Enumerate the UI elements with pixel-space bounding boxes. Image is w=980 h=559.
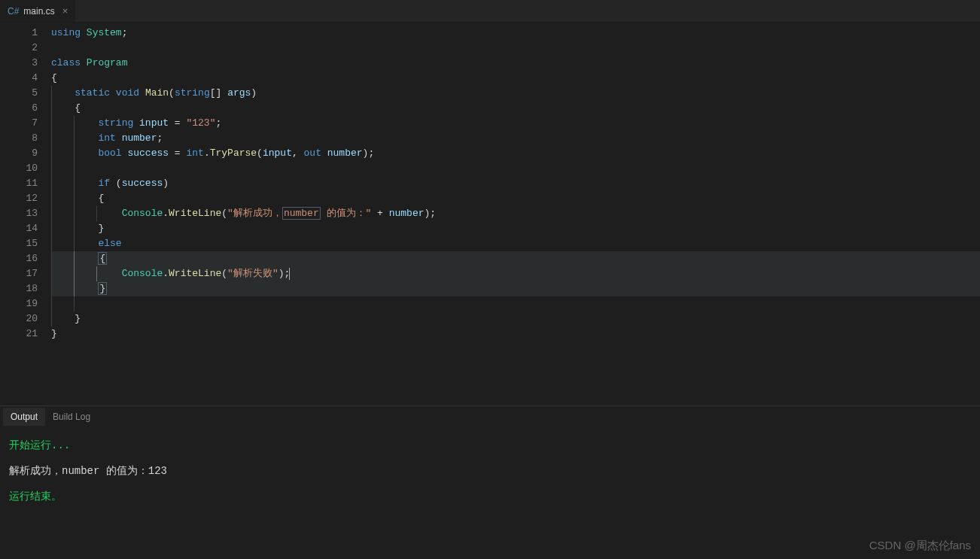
output-line: 运行结束。: [9, 486, 971, 507]
code-line: string input = "123";: [51, 116, 980, 131]
code-area[interactable]: using System; class Program { static voi…: [51, 23, 980, 406]
code-line-current: Console.WriteLine("解析失败");: [51, 266, 980, 281]
panel-tabs: Output Build Log: [0, 406, 980, 427]
code-line: [51, 296, 980, 311]
tab-output[interactable]: Output: [3, 408, 45, 426]
code-line: }: [51, 327, 980, 342]
tab-filename: main.cs: [23, 6, 54, 17]
output-line: 开始运行...: [9, 435, 971, 456]
code-line: {: [51, 71, 980, 86]
text-cursor: [289, 268, 290, 280]
code-line: }: [51, 311, 980, 327]
code-line: }: [51, 281, 980, 296]
output-line: 解析成功，number 的值为：123: [9, 460, 971, 482]
output-body[interactable]: 开始运行... 解析成功，number 的值为：123 运行结束。: [0, 427, 980, 559]
code-line: static void Main(string[] args): [51, 86, 980, 101]
tab-bar: C# main.cs ×: [0, 0, 980, 23]
code-line: [51, 41, 980, 56]
code-line: {: [51, 191, 980, 206]
code-line: class Program: [51, 56, 980, 71]
code-line: using System;: [51, 26, 980, 41]
code-line: }: [51, 221, 980, 236]
tab-build-log[interactable]: Build Log: [45, 408, 98, 426]
code-line: [51, 161, 980, 176]
file-tab[interactable]: C# main.cs ×: [0, 0, 75, 22]
code-line: else: [51, 236, 980, 251]
editor[interactable]: 123 456 789 101112 131415 161718 192021 …: [0, 23, 980, 406]
code-line: {: [51, 251, 980, 266]
line-gutter: 123 456 789 101112 131415 161718 192021: [0, 23, 51, 406]
code-line: if (success): [51, 176, 980, 191]
code-line: Console.WriteLine("解析成功，number 的值为：" + n…: [51, 206, 980, 221]
code-line: bool success = int.TryParse(input, out n…: [51, 146, 980, 161]
code-line: int number;: [51, 131, 980, 146]
selection-match: number: [282, 207, 321, 220]
csharp-file-icon: C#: [8, 6, 19, 17]
code-line: {: [51, 101, 980, 116]
output-panel: Output Build Log 开始运行... 解析成功，number 的值为…: [0, 406, 980, 559]
close-icon[interactable]: ×: [59, 5, 68, 17]
